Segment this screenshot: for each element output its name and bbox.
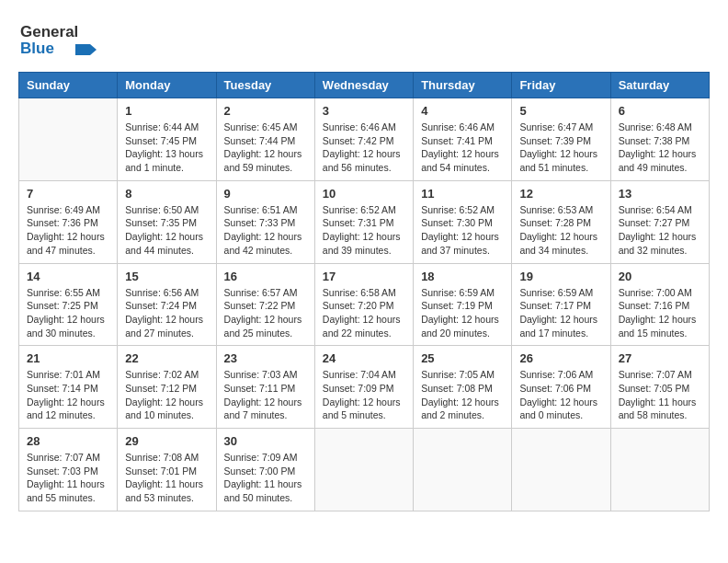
day-info: Sunrise: 6:44 AM Sunset: 7:45 PM Dayligh… [125, 121, 208, 175]
calendar-cell: 27Sunrise: 7:07 AM Sunset: 7:05 PM Dayli… [610, 346, 709, 429]
day-number: 6 [619, 104, 701, 118]
calendar-cell: 16Sunrise: 6:57 AM Sunset: 7:22 PM Dayli… [216, 263, 314, 346]
calendar-cell: 12Sunrise: 6:53 AM Sunset: 7:28 PM Dayli… [512, 180, 610, 263]
day-number: 26 [519, 351, 602, 365]
day-number: 23 [224, 351, 307, 365]
day-number: 8 [125, 187, 208, 201]
weekday-header-friday: Friday [512, 73, 610, 98]
day-number: 30 [224, 434, 307, 448]
svg-text:Blue: Blue [20, 40, 54, 57]
day-info: Sunrise: 6:52 AM Sunset: 7:31 PM Dayligh… [323, 203, 405, 258]
day-info: Sunrise: 7:08 AM Sunset: 7:01 PM Dayligh… [125, 451, 208, 505]
calendar-cell [19, 98, 118, 181]
day-info: Sunrise: 6:55 AM Sunset: 7:25 PM Dayligh… [27, 286, 109, 340]
calendar-cell: 18Sunrise: 6:59 AM Sunset: 7:19 PM Dayli… [414, 263, 512, 346]
day-number: 1 [125, 104, 208, 118]
day-info: Sunrise: 6:51 AM Sunset: 7:33 PM Dayligh… [224, 203, 307, 258]
day-info: Sunrise: 7:07 AM Sunset: 7:03 PM Dayligh… [27, 451, 109, 505]
day-number: 12 [519, 187, 602, 201]
day-info: Sunrise: 6:56 AM Sunset: 7:24 PM Dayligh… [125, 286, 208, 340]
calendar-cell: 1Sunrise: 6:44 AM Sunset: 7:45 PM Daylig… [118, 98, 216, 181]
calendar-cell: 26Sunrise: 7:06 AM Sunset: 7:06 PM Dayli… [512, 346, 610, 429]
calendar-cell [414, 429, 512, 511]
calendar-cell: 23Sunrise: 7:03 AM Sunset: 7:11 PM Dayli… [216, 346, 314, 429]
day-info: Sunrise: 6:57 AM Sunset: 7:22 PM Dayligh… [224, 286, 307, 340]
calendar-table: SundayMondayTuesdayWednesdayThursdayFrid… [18, 72, 710, 511]
calendar-week-row: 1Sunrise: 6:44 AM Sunset: 7:45 PM Daylig… [19, 98, 710, 181]
calendar-cell: 15Sunrise: 6:56 AM Sunset: 7:24 PM Dayli… [118, 263, 216, 346]
day-number: 10 [323, 187, 405, 201]
day-number: 11 [421, 187, 504, 201]
weekday-header-thursday: Thursday [414, 73, 512, 98]
calendar-week-row: 28Sunrise: 7:07 AM Sunset: 7:03 PM Dayli… [19, 429, 710, 511]
calendar-cell: 3Sunrise: 6:46 AM Sunset: 7:42 PM Daylig… [314, 98, 413, 181]
calendar-cell: 21Sunrise: 7:01 AM Sunset: 7:14 PM Dayli… [19, 346, 118, 429]
day-number: 20 [619, 270, 701, 283]
calendar-cell: 22Sunrise: 7:02 AM Sunset: 7:12 PM Dayli… [118, 346, 216, 429]
svg-marker-2 [75, 44, 97, 55]
day-number: 29 [125, 434, 208, 448]
logo-icon: General Blue [18, 18, 97, 57]
calendar-cell: 9Sunrise: 6:51 AM Sunset: 7:33 PM Daylig… [216, 180, 314, 263]
day-info: Sunrise: 6:49 AM Sunset: 7:36 PM Dayligh… [27, 203, 109, 258]
day-info: Sunrise: 6:53 AM Sunset: 7:28 PM Dayligh… [519, 203, 602, 258]
weekday-header-saturday: Saturday [610, 73, 709, 98]
day-info: Sunrise: 7:02 AM Sunset: 7:12 PM Dayligh… [125, 368, 208, 422]
day-info: Sunrise: 7:07 AM Sunset: 7:05 PM Dayligh… [619, 368, 701, 422]
calendar-cell: 24Sunrise: 7:04 AM Sunset: 7:09 PM Dayli… [314, 346, 413, 429]
calendar-cell: 4Sunrise: 6:46 AM Sunset: 7:41 PM Daylig… [414, 98, 512, 181]
day-info: Sunrise: 6:59 AM Sunset: 7:19 PM Dayligh… [421, 286, 504, 340]
calendar-cell: 25Sunrise: 7:05 AM Sunset: 7:08 PM Dayli… [414, 346, 512, 429]
calendar-cell: 17Sunrise: 6:58 AM Sunset: 7:20 PM Dayli… [314, 263, 413, 346]
day-number: 5 [519, 104, 602, 118]
day-info: Sunrise: 6:59 AM Sunset: 7:17 PM Dayligh… [519, 286, 602, 340]
day-number: 25 [421, 351, 504, 365]
calendar-cell: 13Sunrise: 6:54 AM Sunset: 7:27 PM Dayli… [610, 180, 709, 263]
day-number: 7 [27, 187, 109, 201]
calendar-week-row: 14Sunrise: 6:55 AM Sunset: 7:25 PM Dayli… [19, 263, 710, 346]
day-info: Sunrise: 7:01 AM Sunset: 7:14 PM Dayligh… [27, 368, 109, 422]
calendar-cell: 29Sunrise: 7:08 AM Sunset: 7:01 PM Dayli… [118, 429, 216, 511]
calendar-cell: 6Sunrise: 6:48 AM Sunset: 7:38 PM Daylig… [610, 98, 709, 181]
day-number: 17 [323, 270, 405, 283]
day-number: 16 [224, 270, 307, 283]
calendar-header-row: SundayMondayTuesdayWednesdayThursdayFrid… [19, 73, 710, 98]
calendar-cell: 2Sunrise: 6:45 AM Sunset: 7:44 PM Daylig… [216, 98, 314, 181]
day-info: Sunrise: 7:06 AM Sunset: 7:06 PM Dayligh… [519, 368, 602, 422]
weekday-header-wednesday: Wednesday [314, 73, 413, 98]
day-number: 13 [619, 187, 701, 201]
calendar-cell [314, 429, 413, 511]
calendar-cell: 20Sunrise: 7:00 AM Sunset: 7:16 PM Dayli… [610, 263, 709, 346]
calendar-cell: 30Sunrise: 7:09 AM Sunset: 7:00 PM Dayli… [216, 429, 314, 511]
day-info: Sunrise: 6:54 AM Sunset: 7:27 PM Dayligh… [619, 203, 701, 258]
day-info: Sunrise: 6:46 AM Sunset: 7:41 PM Dayligh… [421, 121, 504, 175]
weekday-header-sunday: Sunday [19, 73, 118, 98]
logo: General Blue [18, 18, 97, 57]
day-number: 4 [421, 104, 504, 118]
day-number: 3 [323, 104, 405, 118]
calendar-cell [610, 429, 709, 511]
calendar-cell: 10Sunrise: 6:52 AM Sunset: 7:31 PM Dayli… [314, 180, 413, 263]
day-info: Sunrise: 6:52 AM Sunset: 7:30 PM Dayligh… [421, 203, 504, 258]
page-header: General Blue [18, 18, 710, 57]
day-info: Sunrise: 7:00 AM Sunset: 7:16 PM Dayligh… [619, 286, 701, 340]
day-number: 22 [125, 351, 208, 365]
day-number: 2 [224, 104, 307, 118]
day-info: Sunrise: 6:58 AM Sunset: 7:20 PM Dayligh… [323, 286, 405, 340]
day-number: 27 [619, 351, 701, 365]
calendar-cell: 7Sunrise: 6:49 AM Sunset: 7:36 PM Daylig… [19, 180, 118, 263]
day-info: Sunrise: 6:48 AM Sunset: 7:38 PM Dayligh… [619, 121, 701, 175]
day-info: Sunrise: 6:50 AM Sunset: 7:35 PM Dayligh… [125, 203, 208, 258]
calendar-cell: 8Sunrise: 6:50 AM Sunset: 7:35 PM Daylig… [118, 180, 216, 263]
calendar-week-row: 21Sunrise: 7:01 AM Sunset: 7:14 PM Dayli… [19, 346, 710, 429]
day-number: 19 [519, 270, 602, 283]
calendar-cell: 19Sunrise: 6:59 AM Sunset: 7:17 PM Dayli… [512, 263, 610, 346]
weekday-header-monday: Monday [118, 73, 216, 98]
calendar-cell: 5Sunrise: 6:47 AM Sunset: 7:39 PM Daylig… [512, 98, 610, 181]
calendar-cell: 11Sunrise: 6:52 AM Sunset: 7:30 PM Dayli… [414, 180, 512, 263]
day-info: Sunrise: 6:45 AM Sunset: 7:44 PM Dayligh… [224, 121, 307, 175]
calendar-cell: 14Sunrise: 6:55 AM Sunset: 7:25 PM Dayli… [19, 263, 118, 346]
day-info: Sunrise: 6:46 AM Sunset: 7:42 PM Dayligh… [323, 121, 405, 175]
day-info: Sunrise: 6:47 AM Sunset: 7:39 PM Dayligh… [519, 121, 602, 175]
calendar-cell: 28Sunrise: 7:07 AM Sunset: 7:03 PM Dayli… [19, 429, 118, 511]
